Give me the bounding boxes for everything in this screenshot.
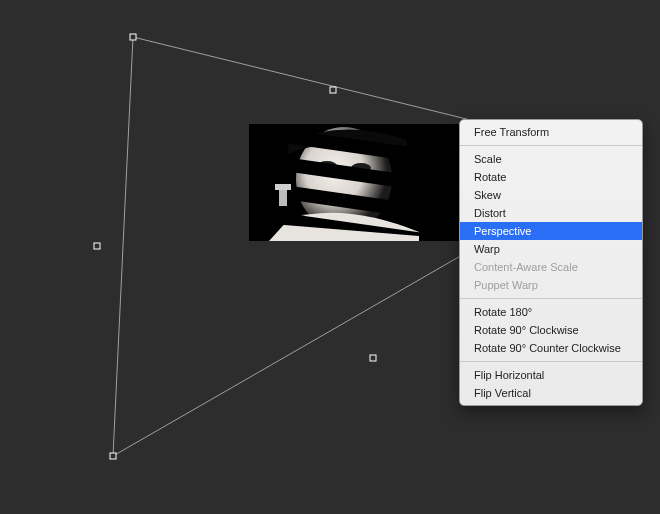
menu-item-rotate-90-cw[interactable]: Rotate 90° Clockwise [460, 321, 642, 339]
menu-item-content-aware-scale: Content-Aware Scale [460, 258, 642, 276]
menu-item-warp[interactable]: Warp [460, 240, 642, 258]
menu-item-skew[interactable]: Skew [460, 186, 642, 204]
transform-handle[interactable] [110, 453, 116, 459]
transform-handle[interactable] [130, 34, 136, 40]
menu-separator [460, 145, 642, 146]
menu-item-rotate[interactable]: Rotate [460, 168, 642, 186]
menu-item-distort[interactable]: Distort [460, 204, 642, 222]
transform-context-menu[interactable]: Free TransformScaleRotateSkewDistortPers… [459, 119, 643, 406]
transform-handle[interactable] [94, 243, 100, 249]
menu-item-perspective[interactable]: Perspective [460, 222, 642, 240]
portrait-artwork [249, 124, 480, 241]
menu-separator [460, 298, 642, 299]
menu-separator [460, 361, 642, 362]
transform-handle[interactable] [330, 87, 336, 93]
transform-handle[interactable] [370, 355, 376, 361]
menu-item-rotate-180[interactable]: Rotate 180° [460, 303, 642, 321]
canvas-workspace[interactable]: Free TransformScaleRotateSkewDistortPers… [0, 0, 660, 514]
menu-item-flip-horizontal[interactable]: Flip Horizontal [460, 366, 642, 384]
menu-item-puppet-warp: Puppet Warp [460, 276, 642, 294]
svg-rect-9 [275, 184, 291, 190]
menu-item-scale[interactable]: Scale [460, 150, 642, 168]
menu-item-flip-vertical[interactable]: Flip Vertical [460, 384, 642, 402]
menu-item-free-transform[interactable]: Free Transform [460, 123, 642, 141]
menu-item-rotate-90-ccw[interactable]: Rotate 90° Counter Clockwise [460, 339, 642, 357]
placed-image[interactable] [249, 124, 480, 241]
